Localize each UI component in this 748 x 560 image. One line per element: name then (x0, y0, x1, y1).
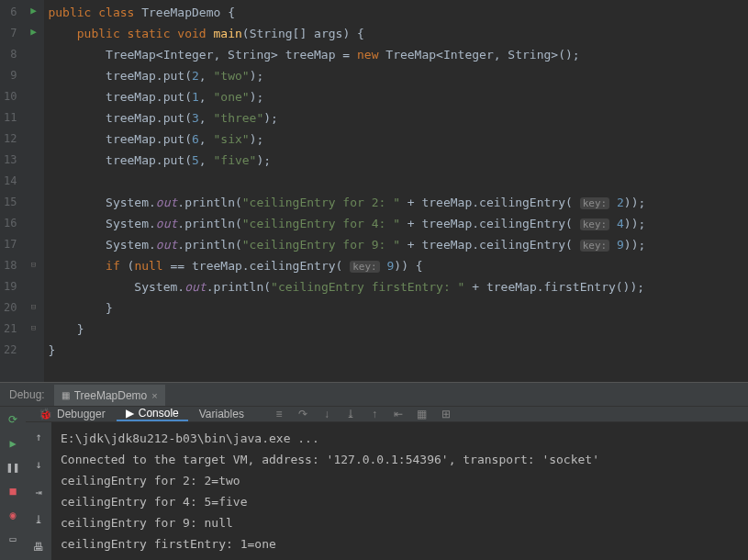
debug-main: 🐞 Debugger ▶ Console Variables ≡ ↷ ↓ ⤓ ↑… (26, 407, 748, 560)
debug-tab-title: TreeMapDemo (74, 389, 148, 402)
scroll-end-icon[interactable]: ⤓ (29, 510, 48, 529)
step-over-icon[interactable]: ↷ (296, 407, 310, 421)
debug-run-toolbar: ⟳ ▶ ❚❚ ■ ◉ ▭ (0, 407, 26, 560)
stop-button[interactable]: ■ (4, 482, 22, 500)
tab-debugger-label: Debugger (57, 408, 106, 420)
console-output[interactable]: E:\jdk\jdk8u212-b03\bin\java.exe ... Con… (51, 422, 748, 560)
gutter-icons: ▶▶⊟⊟⊟ (22, 0, 44, 382)
rerun-button[interactable]: ⟳ (4, 410, 22, 429)
tab-variables[interactable]: Variables (190, 407, 253, 421)
breakpoints-button[interactable]: ◉ (4, 506, 22, 524)
line-number-gutter: 678910111213141516171819202122 (0, 0, 22, 382)
tab-variables-label: Variables (199, 408, 244, 420)
tab-console-label: Console (139, 407, 179, 420)
debug-subtabs: 🐞 Debugger ▶ Console Variables ≡ ↷ ↓ ⤓ ↑… (26, 407, 748, 422)
evaluate-icon[interactable]: ⊞ (439, 407, 453, 421)
stepping-toolbar: ≡ ↷ ↓ ⤓ ↑ ⇤ ▦ ⊞ (272, 407, 453, 421)
debugger-icon: 🐞 (39, 408, 52, 420)
pause-button[interactable]: ❚❚ (4, 458, 22, 476)
tab-debugger[interactable]: 🐞 Debugger (29, 407, 115, 421)
drop-frame-icon[interactable]: ⇤ (391, 407, 406, 421)
show-exec-point-icon[interactable]: ≡ (272, 407, 286, 421)
layout-button[interactable]: ▭ (4, 530, 22, 548)
up-stack-icon[interactable]: ↑ (29, 428, 48, 446)
code-area[interactable]: public class TreeMapDemo { public static… (44, 0, 645, 382)
force-step-into-icon[interactable]: ⤓ (343, 407, 358, 421)
application-icon: ▦ (61, 390, 70, 400)
debug-run-tab[interactable]: ▦ TreeMapDemo × (54, 383, 165, 406)
console-icon: ▶ (126, 407, 134, 420)
code-editor[interactable]: 678910111213141516171819202122 ▶▶⊟⊟⊟ pub… (0, 0, 748, 382)
step-into-icon[interactable]: ↓ (319, 407, 334, 421)
run-to-cursor-icon[interactable]: ▦ (415, 407, 430, 421)
down-stack-icon[interactable]: ↓ (29, 455, 48, 474)
soft-wrap-icon[interactable]: ⇥ (29, 483, 48, 501)
console-wrap: ↑ ↓ ⇥ ⤓ 🖶 E:\jdk\jdk8u212-b03\bin\java.e… (26, 422, 748, 560)
debug-body: ⟳ ▶ ❚❚ ■ ◉ ▭ 🐞 Debugger ▶ Console Variab… (0, 407, 748, 560)
step-out-icon[interactable]: ↑ (367, 407, 382, 421)
debug-label: Debug: (0, 388, 54, 401)
print-icon[interactable]: 🖶 (29, 538, 48, 556)
resume-button[interactable]: ▶ (4, 434, 22, 453)
close-icon[interactable]: × (151, 390, 157, 401)
debug-header: Debug: ▦ TreeMapDemo × (0, 383, 748, 407)
debug-panel: Debug: ▦ TreeMapDemo × ⟳ ▶ ❚❚ ■ ◉ ▭ 🐞 De… (0, 382, 748, 560)
console-toolbar: ↑ ↓ ⇥ ⤓ 🖶 (26, 422, 51, 560)
tab-console[interactable]: ▶ Console (117, 407, 188, 421)
